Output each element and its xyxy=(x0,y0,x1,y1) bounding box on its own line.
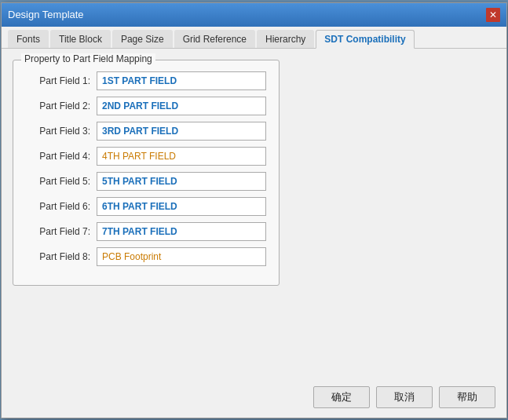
field-row: Part Field 8: xyxy=(26,247,266,266)
part-field-input-4[interactable] xyxy=(97,147,266,166)
part-field-input-5[interactable] xyxy=(97,172,266,191)
window-title: Design Template xyxy=(8,9,84,20)
field-row: Part Field 5: xyxy=(26,172,266,191)
part-field-input-8[interactable] xyxy=(97,247,266,266)
cancel-button[interactable]: 取消 xyxy=(376,386,433,408)
part-field-label-4: Part Field 4: xyxy=(26,151,97,162)
part-field-label-7: Part Field 7: xyxy=(26,226,97,237)
content-area: Property to Part Field Mapping Part Fiel… xyxy=(2,49,506,378)
main-window: Design Template ✕ Fonts Title Block Page… xyxy=(1,2,507,418)
help-button[interactable]: 帮助 xyxy=(439,386,495,408)
property-mapping-group: Property to Part Field Mapping Part Fiel… xyxy=(13,60,280,286)
field-row: Part Field 4: xyxy=(26,147,266,166)
field-row: Part Field 7: xyxy=(26,222,266,241)
tab-hierarchy[interactable]: Hierarchy xyxy=(257,30,314,48)
tab-sdt-compatibility[interactable]: SDT Compatibility xyxy=(316,30,414,49)
title-bar: Design Template ✕ xyxy=(2,3,506,27)
tab-fonts[interactable]: Fonts xyxy=(8,30,49,48)
part-field-label-5: Part Field 5: xyxy=(26,176,97,187)
button-bar: 确定 取消 帮助 xyxy=(2,378,506,418)
tab-bar: Fonts Title Block Page Size Grid Referen… xyxy=(2,27,506,49)
part-field-input-6[interactable] xyxy=(97,197,266,216)
part-field-input-2[interactable] xyxy=(97,97,266,115)
field-row: Part Field 6: xyxy=(26,197,266,216)
part-field-input-7[interactable] xyxy=(97,222,266,241)
part-field-label-6: Part Field 6: xyxy=(26,201,97,212)
field-row: Part Field 3: xyxy=(26,122,266,141)
tab-grid-reference[interactable]: Grid Reference xyxy=(174,30,255,48)
tab-title-block[interactable]: Title Block xyxy=(50,30,111,48)
part-field-label-8: Part Field 8: xyxy=(26,251,97,262)
field-row: Part Field 1: xyxy=(26,71,266,90)
close-button[interactable]: ✕ xyxy=(486,8,500,22)
field-row: Part Field 2: xyxy=(26,97,266,115)
part-field-input-1[interactable] xyxy=(97,71,266,90)
group-title: Property to Part Field Mapping xyxy=(21,53,155,64)
tab-page-size[interactable]: Page Size xyxy=(112,30,173,48)
part-field-label-3: Part Field 3: xyxy=(26,126,97,137)
ok-button[interactable]: 确定 xyxy=(313,386,370,408)
fields-container: Part Field 1:Part Field 2:Part Field 3:P… xyxy=(26,71,266,266)
part-field-input-3[interactable] xyxy=(97,122,266,141)
part-field-label-2: Part Field 2: xyxy=(26,100,97,111)
part-field-label-1: Part Field 1: xyxy=(26,75,97,86)
